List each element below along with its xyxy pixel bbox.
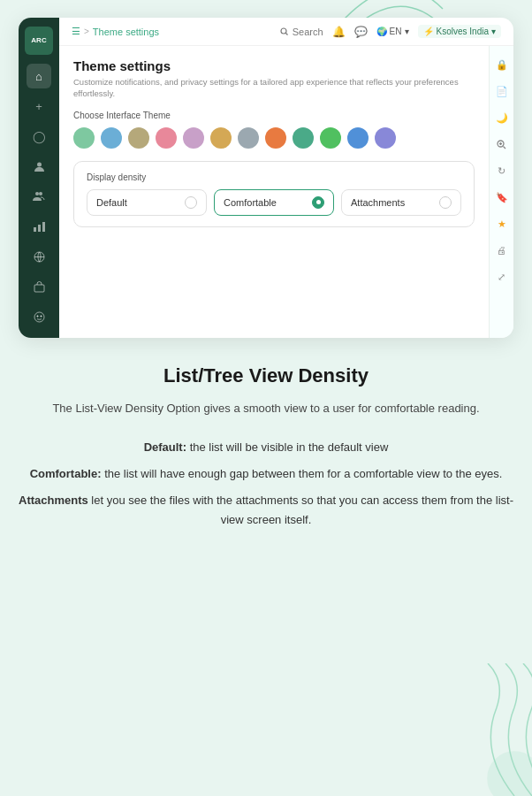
swatch-pink[interactable] [156,127,177,149]
main-content-area: ☰ > Theme settings Search 🔔 💬 🌍 EN ▾ ⚡ [59,18,513,338]
bg-decoration-bottom [426,663,532,796]
swatch-gold[interactable] [210,127,232,149]
density-comfortable-radio[interactable] [312,196,324,209]
swatch-violet[interactable] [375,127,396,149]
svg-point-11 [40,315,41,316]
sidebar-item-users[interactable] [27,184,51,209]
logo-text: ARC [31,37,46,45]
theme-settings-content: Theme settings Customize notifications, … [59,46,489,338]
density-option-comfortable[interactable]: Comfortable [214,189,334,216]
desc-item-attachments: Attachments let you see the files with t… [19,491,513,530]
sidebar-item-chat[interactable]: ◯ [27,124,51,149]
desc-comfortable-bold: Comfortable: [30,467,102,480]
density-comfortable-label: Comfortable [224,197,277,208]
swatch-cornflower[interactable] [347,127,369,149]
sidebar-item-chart[interactable] [27,214,51,239]
density-option-default[interactable]: Default [87,189,207,216]
desc-item-comfortable: Comfortable: the list will have enough g… [19,464,513,484]
language-label: EN [390,27,402,36]
svg-rect-5 [38,225,41,232]
density-default-label: Default [96,197,127,208]
desc-attachments-bold: Attachments [19,494,88,507]
svg-point-9 [34,312,44,322]
svg-point-12 [281,28,286,34]
swatch-orange[interactable] [265,127,286,149]
theme-settings-title: Theme settings [73,58,475,73]
description-items: Default: the list will be visible in the… [19,438,513,530]
desc-attachments-text: let you see the files with the attachmen… [88,494,513,526]
org-chevron: ▾ [491,27,496,36]
sidebar-item-globe[interactable] [27,244,51,269]
topbar: ☰ > Theme settings Search 🔔 💬 🌍 EN ▾ ⚡ [59,18,513,46]
svg-rect-4 [34,227,36,232]
zoom-icon[interactable] [492,134,512,154]
breadcrumb-text: Theme settings [93,27,159,37]
bell-icon[interactable]: 🔔 [332,26,346,38]
sidebar-item-home[interactable]: ⌂ [27,64,51,88]
display-density-card: Display density Default Comfortable [73,161,475,227]
svg-point-0 [488,752,532,796]
search-label: Search [293,27,323,37]
search-button[interactable]: Search [280,27,323,37]
sidebar-item-add[interactable]: + [27,94,51,119]
menu-icon: ☰ [72,26,80,37]
org-name: Ksolves India [437,27,489,36]
desc-comfortable-text: the list will have enough gap between th… [102,467,503,480]
breadcrumb: ☰ > Theme settings [72,26,159,37]
svg-point-3 [39,192,42,195]
svg-rect-8 [34,285,44,292]
description-title: List/Tree View Density [19,364,513,387]
right-icon-panel: 🔒 📄 🌙 ↻ 🔖 ★ 🖨 ⤢ [489,46,513,338]
message-icon[interactable]: 💬 [354,26,368,38]
desc-item-default: Default: the list will be visible in the… [19,438,513,457]
star-icon[interactable]: ★ [492,214,512,233]
sidebar-logo[interactable]: ARC [25,27,53,55]
moon-icon[interactable]: 🌙 [492,108,512,127]
org-selector[interactable]: ⚡ Ksolves India ▾ [418,25,501,38]
density-attachments-radio[interactable] [439,196,452,209]
lang-chevron: ▾ [405,27,409,36]
desc-default-text: the list will be visible in the default … [186,440,388,454]
swatch-teal[interactable] [293,127,314,149]
sidebar-item-bag[interactable] [27,274,51,299]
breadcrumb-separator: > [84,27,89,36]
file-icon[interactable]: 📄 [492,81,512,101]
density-options: Default Comfortable Attachments [87,189,461,216]
density-attachments-label: Attachments [351,197,405,208]
topbar-right: Search 🔔 💬 🌍 EN ▾ ⚡ Ksolves India ▾ [280,25,501,38]
svg-point-2 [35,192,39,195]
description-section: List/Tree View Density The List-View Den… [19,364,513,530]
lightning-icon: ⚡ [423,27,434,36]
density-default-radio[interactable] [185,196,197,209]
sidebar: ARC ⌂ + ◯ [19,18,59,338]
swatch-blue[interactable] [101,127,122,149]
swatch-olive[interactable] [128,127,149,149]
theme-settings-subtitle: Customize notifications, and privacy set… [73,76,475,100]
bookmark-icon[interactable]: 🔖 [492,188,512,207]
theme-settings-card: ARC ⌂ + ◯ ☰ > Theme settings [19,18,513,338]
swatch-purple[interactable] [183,127,204,149]
swatch-green[interactable] [73,127,95,149]
refresh-icon[interactable]: ↻ [492,161,512,180]
desc-default-bold: Default: [144,440,186,454]
svg-point-10 [36,315,37,316]
sidebar-item-face[interactable] [27,304,51,329]
svg-point-1 [37,162,42,166]
choose-theme-label: Choose Interface Theme [73,111,475,120]
sidebar-item-user[interactable] [27,154,51,179]
expand-icon[interactable]: ⤢ [492,267,512,287]
swatch-bright-green[interactable] [320,127,341,149]
swatch-gray[interactable] [238,127,259,149]
density-option-attachments[interactable]: Attachments [341,189,461,216]
display-density-label: Display density [87,172,461,182]
svg-rect-6 [42,222,45,232]
color-swatches [73,127,475,149]
description-intro: The List-View Density Option gives a smo… [19,400,513,418]
language-selector[interactable]: 🌍 EN ▾ [376,27,409,36]
printer-icon[interactable]: 🖨 [492,241,512,260]
lock-icon[interactable]: 🔒 [492,55,512,74]
